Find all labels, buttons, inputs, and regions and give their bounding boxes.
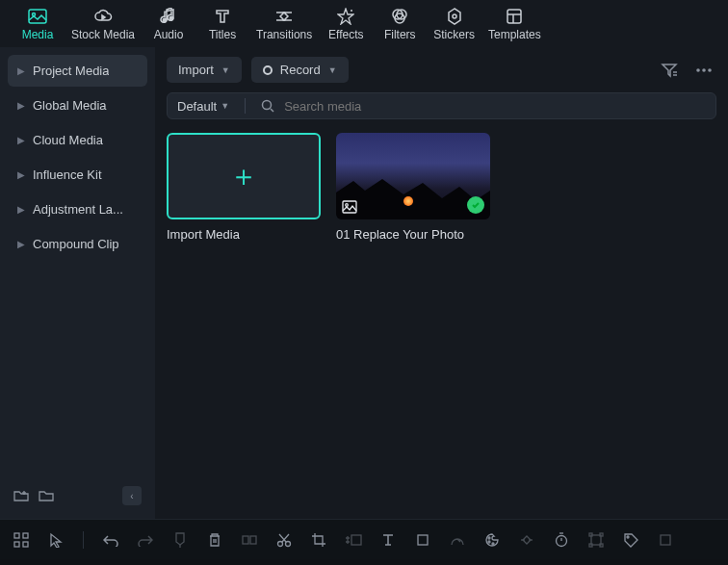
shape-icon[interactable] — [411, 528, 434, 552]
pointer-icon[interactable] — [44, 528, 67, 552]
tab-templates[interactable]: Templates — [488, 8, 541, 41]
chevron-down-icon: ▼ — [328, 65, 337, 75]
sidebar-item-global-media[interactable]: ▶ Global Media — [8, 90, 147, 121]
filters-icon — [391, 8, 408, 25]
tab-label: Effects — [328, 28, 363, 41]
tab-audio[interactable]: Audio — [148, 8, 189, 41]
svg-point-24 — [346, 204, 349, 207]
svg-marker-22 — [336, 179, 490, 219]
delete-icon[interactable] — [203, 528, 226, 552]
image-type-icon — [342, 200, 357, 214]
transitions-icon — [274, 8, 294, 25]
card-caption: Import Media — [167, 227, 321, 242]
card-caption: 01 Replace Your Photo — [336, 227, 490, 242]
check-badge-icon — [467, 196, 484, 214]
tab-label: Stock Media — [71, 28, 135, 41]
grid-view-icon[interactable] — [10, 528, 33, 552]
import-media-card[interactable]: ＋ Import Media — [167, 133, 321, 242]
bottom-toolbar — [0, 519, 728, 559]
record-icon — [263, 65, 273, 75]
tab-label: Templates — [488, 28, 541, 41]
svg-point-33 — [286, 541, 291, 546]
tab-media[interactable]: Media — [17, 8, 58, 41]
undo-icon[interactable] — [99, 528, 122, 552]
keyframe-icon[interactable] — [515, 528, 538, 552]
tab-filters[interactable]: Filters — [379, 8, 420, 41]
effects-icon — [337, 8, 354, 25]
media-icon — [28, 8, 47, 25]
svg-point-1 — [33, 13, 36, 16]
record-dropdown[interactable]: Record ▼ — [251, 57, 349, 83]
main-area: ▶ Project Media ▶ Global Media ▶ Cloud M… — [0, 47, 728, 519]
timer-icon[interactable] — [550, 528, 573, 552]
svg-rect-25 — [14, 533, 19, 538]
filter-sort-icon[interactable] — [657, 59, 682, 82]
tag-icon[interactable] — [619, 528, 642, 552]
new-folder-icon[interactable] — [13, 489, 29, 502]
sort-label: Default — [177, 99, 217, 114]
sidebar-item-cloud-media[interactable]: ▶ Cloud Media — [8, 124, 147, 156]
stickers-icon — [446, 8, 463, 25]
fire-graphic — [403, 196, 413, 206]
svg-rect-34 — [351, 535, 361, 545]
import-dropdown[interactable]: Import ▼ — [167, 57, 242, 83]
sidebar-item-compound-clip[interactable]: ▶ Compound Clip — [8, 228, 147, 260]
chevron-right-icon: ▶ — [17, 204, 25, 215]
svg-rect-0 — [29, 10, 46, 23]
color-icon[interactable] — [481, 528, 504, 552]
more-options-icon[interactable] — [691, 64, 716, 77]
chevron-right-icon: ▶ — [17, 239, 25, 249]
svg-rect-35 — [418, 535, 428, 545]
svg-rect-31 — [250, 536, 256, 544]
svg-rect-51 — [661, 535, 670, 545]
svg-rect-10 — [507, 10, 521, 23]
chevron-down-icon: ▼ — [221, 65, 230, 75]
speed-icon[interactable] — [446, 528, 469, 552]
collapse-sidebar-button[interactable]: ‹ — [122, 486, 142, 505]
more-tools-icon[interactable] — [654, 528, 677, 552]
cloud-media-icon — [93, 8, 113, 25]
import-thumb[interactable]: ＋ — [167, 133, 321, 219]
media-thumb[interactable] — [336, 133, 490, 219]
tab-transitions[interactable]: Transitions — [256, 8, 312, 41]
sidebar-item-influence-kit[interactable]: ▶ Influence Kit — [8, 159, 147, 191]
sidebar-item-label: Global Media — [33, 98, 107, 113]
content-panel: Import ▼ Record ▼ Default ▼ — [155, 47, 728, 519]
tab-stickers[interactable]: Stickers — [433, 8, 475, 41]
redo-icon[interactable] — [134, 528, 157, 552]
search-input[interactable] — [284, 99, 706, 114]
sidebar-item-project-media[interactable]: ▶ Project Media — [8, 55, 147, 87]
tab-stock-media[interactable]: Stock Media — [71, 8, 135, 41]
sort-default-dropdown[interactable]: Default ▼ — [177, 99, 229, 114]
split-icon[interactable] — [238, 528, 261, 552]
svg-point-38 — [492, 543, 494, 545]
marker-icon[interactable] — [169, 528, 192, 552]
insert-clip-icon[interactable] — [342, 528, 365, 552]
titles-icon — [214, 8, 231, 25]
folder-icon[interactable] — [39, 489, 54, 502]
content-toolbar: Import ▼ Record ▼ — [167, 57, 716, 83]
sidebar-item-label: Project Media — [33, 64, 109, 78]
crop-icon[interactable] — [307, 528, 330, 552]
tab-titles[interactable]: Titles — [202, 8, 243, 41]
transform-icon[interactable] — [585, 528, 608, 552]
text-icon[interactable] — [377, 528, 400, 552]
search-icon — [261, 99, 274, 113]
sidebar: ▶ Project Media ▶ Global Media ▶ Cloud M… — [0, 47, 155, 519]
svg-point-32 — [278, 541, 283, 546]
chevron-right-icon: ▶ — [17, 135, 25, 145]
divider — [83, 531, 84, 549]
cut-icon[interactable] — [273, 528, 296, 552]
audio-icon — [160, 8, 177, 25]
sidebar-item-label: Influence Kit — [33, 167, 102, 182]
media-card[interactable]: 01 Replace Your Photo — [336, 133, 490, 242]
record-label: Record — [280, 63, 321, 77]
sidebar-item-adjustment-layer[interactable]: ▶ Adjustment La... — [8, 193, 147, 225]
svg-rect-23 — [343, 201, 356, 213]
tab-effects[interactable]: Effects — [325, 8, 366, 41]
svg-point-37 — [488, 541, 490, 543]
sidebar-item-label: Adjustment La... — [33, 202, 123, 217]
svg-point-9 — [453, 14, 456, 18]
plus-icon: ＋ — [229, 157, 258, 196]
svg-point-5 — [351, 10, 352, 12]
